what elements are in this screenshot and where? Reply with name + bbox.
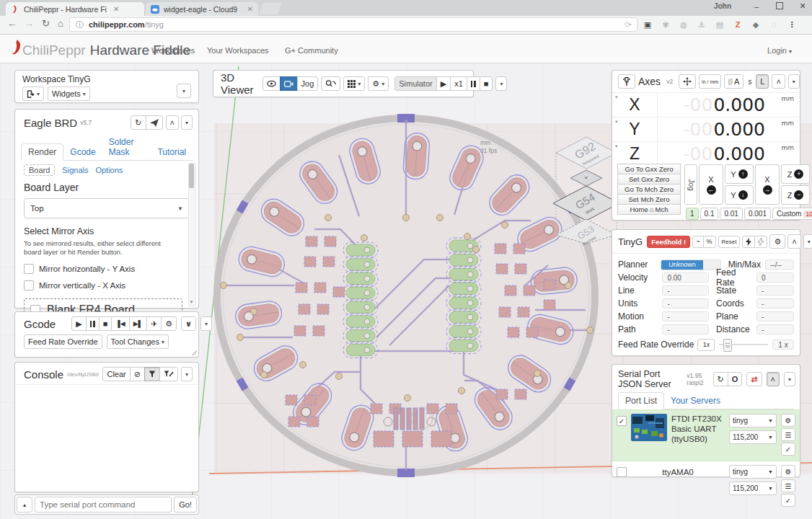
machine-icon[interactable]	[618, 74, 635, 89]
resize-handle[interactable]	[192, 350, 197, 355]
z-axis-label[interactable]: ▾Z	[612, 142, 658, 166]
port-log-icon[interactable]: ☰	[781, 479, 795, 492]
command-history-button[interactable]: ▴	[17, 497, 32, 513]
board-layer-select[interactable]: Top▼	[24, 198, 190, 218]
g53-layer[interactable]: G53 Machine	[556, 219, 617, 245]
increment-0.001-button[interactable]: 0.001	[744, 208, 771, 220]
x-axis-value[interactable]: -000.000mm	[658, 93, 800, 117]
jog-mode-button[interactable]: Jog	[297, 76, 319, 91]
power-off-icon[interactable]	[754, 236, 767, 248]
collapse-up-button[interactable]: ˄	[772, 74, 785, 89]
increment-1-button[interactable]: 1	[686, 208, 699, 220]
stop-server-icon[interactable]: O	[728, 372, 743, 386]
port-checkbox-unchecked[interactable]	[617, 467, 627, 477]
large-display-button[interactable]: L	[756, 74, 769, 89]
x-axis-label[interactable]: ▾X	[612, 93, 658, 117]
port-baud-select[interactable]: 115,200▼	[729, 482, 777, 495]
increment-custom-button[interactable]: Custom10	[772, 208, 812, 220]
g54-layer[interactable]: G54 Work	[553, 186, 619, 221]
serial-menu-button[interactable]: ▾	[784, 372, 795, 386]
go-to-start-icon[interactable]: ▐◀	[111, 316, 129, 331]
port-verify-icon[interactable]: ✓	[781, 443, 795, 456]
tab-your-servers[interactable]: Your Servers	[664, 393, 727, 409]
y-axis-value[interactable]: -000.000mm	[658, 117, 800, 141]
panel-menu-button[interactable]: ▾	[181, 115, 193, 130]
camera-view-icon[interactable]	[280, 76, 298, 91]
jog-z-minus-button[interactable]: Z−	[781, 185, 810, 205]
widgets-dropdown[interactable]: Widgets▾	[48, 86, 90, 101]
fro-slider-handle[interactable]	[723, 339, 732, 352]
tab-gcode[interactable]: Gcode	[63, 144, 102, 160]
simulator-play-icon[interactable]: ▶	[436, 76, 451, 91]
gcode-settings-icon[interactable]: ⚙	[161, 316, 177, 331]
port-baud-select[interactable]: 115,200▼	[729, 430, 777, 444]
simulator-speed-button[interactable]: x1	[450, 76, 467, 91]
simulator-stop-icon[interactable]: ■	[480, 76, 493, 91]
collapse-up-button[interactable]: ˄	[166, 115, 179, 130]
stop-icon[interactable]: ■	[99, 316, 112, 331]
tab-render[interactable]: Render	[21, 143, 63, 161]
axes-menu-button[interactable]: ▾	[788, 74, 800, 89]
mirror-y-checkbox[interactable]	[24, 264, 34, 274]
no-autoscroll-icon[interactable]: ⊘	[130, 367, 145, 381]
test-run-icon[interactable]: ✈	[146, 316, 162, 331]
jog-y-plus-button[interactable]: Y↑	[725, 164, 754, 184]
viewer-settings-button[interactable]: ⚙▾	[368, 76, 389, 91]
tab-solder-mask[interactable]: Solder Mask	[102, 134, 151, 160]
fro-reset-button[interactable]: 1x	[697, 339, 715, 351]
serial-command-input[interactable]	[35, 497, 172, 513]
increment-0.1-button[interactable]: 0.1	[700, 208, 719, 220]
power-on-icon[interactable]	[742, 236, 755, 248]
eagle-scrollbar[interactable]: ▼	[188, 163, 196, 306]
collapse-up-button[interactable]: ˄	[767, 372, 780, 386]
filter-edit-icon[interactable]	[159, 367, 178, 381]
set-gxx-zero-button[interactable]: Set Gxx Zero	[617, 174, 681, 185]
jog-x-plus-button[interactable]: X→	[755, 164, 780, 205]
tool-changes-dropdown[interactable]: Tool Changes▾	[107, 334, 169, 349]
simulator-pause-icon[interactable]	[467, 76, 480, 91]
restart-server-icon[interactable]: ⇄	[746, 372, 762, 386]
port-verify-icon[interactable]: ✓	[781, 494, 795, 507]
simulator-label[interactable]: Simulator	[394, 76, 436, 91]
filter-icon[interactable]	[144, 367, 160, 381]
z-axis-value[interactable]: -000.000mm	[658, 142, 800, 166]
move-axes-icon[interactable]	[679, 74, 696, 89]
font-size-button[interactable]: A	[724, 74, 743, 89]
fro-slider[interactable]	[719, 344, 768, 345]
subtab-options[interactable]: Options	[95, 166, 123, 174]
y-axis-label[interactable]: ▾Y	[612, 117, 658, 141]
tab-tutorial[interactable]: Tutorial	[151, 144, 193, 160]
simulator-menu-button[interactable]: ▾	[495, 76, 507, 91]
tab-port-list[interactable]: Port List	[618, 392, 664, 409]
cycle-start-button[interactable]: ~	[692, 236, 703, 248]
g92-layer[interactable]: G92 Temporary	[556, 137, 617, 169]
port-buffer-select[interactable]: tinyg▼	[729, 414, 777, 427]
console-output[interactable]	[15, 385, 198, 484]
mirror-x-checkbox[interactable]	[24, 280, 34, 290]
go-button[interactable]: Go!	[174, 497, 197, 513]
expand-more-button[interactable]: ∨	[181, 316, 196, 331]
tinyg-settings-icon[interactable]: ⚙	[769, 234, 785, 249]
console-clear-button[interactable]: Clear	[102, 367, 130, 381]
port-row-ttyama0[interactable]: ttyAMA0 tinyg▼ 115,200▼ ⚙ ☰ ✓	[612, 461, 800, 512]
tinyg-menu-button[interactable]: ▾	[803, 234, 812, 249]
port-settings-icon[interactable]: ⚙	[781, 465, 795, 478]
reset-button[interactable]: Reset	[718, 236, 741, 248]
jog-y-minus-button[interactable]: Y↓	[725, 185, 754, 205]
console-menu-button[interactable]: ▾	[181, 367, 193, 381]
workspace-export-button[interactable]: ▾	[22, 86, 44, 101]
go-to-mch-zero-button[interactable]: Go To Mch Zero	[617, 184, 681, 195]
port-row-ttyusb0[interactable]: ✓ FTDI FT230X Basic UART (ttyUSB0) tinyg…	[612, 409, 800, 461]
port-settings-icon[interactable]: ⚙	[781, 414, 795, 427]
units-toggle-button[interactable]: in / mm	[699, 74, 721, 89]
pause-icon[interactable]	[86, 316, 100, 331]
workspace-menu-button[interactable]: ▾	[177, 84, 191, 98]
set-mch-zero-button[interactable]: Set Mch Zero	[617, 194, 681, 205]
play-icon[interactable]: ▶	[71, 316, 86, 331]
feed-rate-override-button[interactable]: Feed Rate Override	[24, 334, 102, 349]
queue-flush-button[interactable]: %	[703, 236, 716, 248]
small-display-button[interactable]: s	[746, 78, 753, 86]
send-gcode-icon[interactable]	[146, 115, 163, 130]
grid-options-button[interactable]: ▾	[343, 76, 365, 91]
refresh-icon[interactable]: ↻	[131, 115, 146, 130]
